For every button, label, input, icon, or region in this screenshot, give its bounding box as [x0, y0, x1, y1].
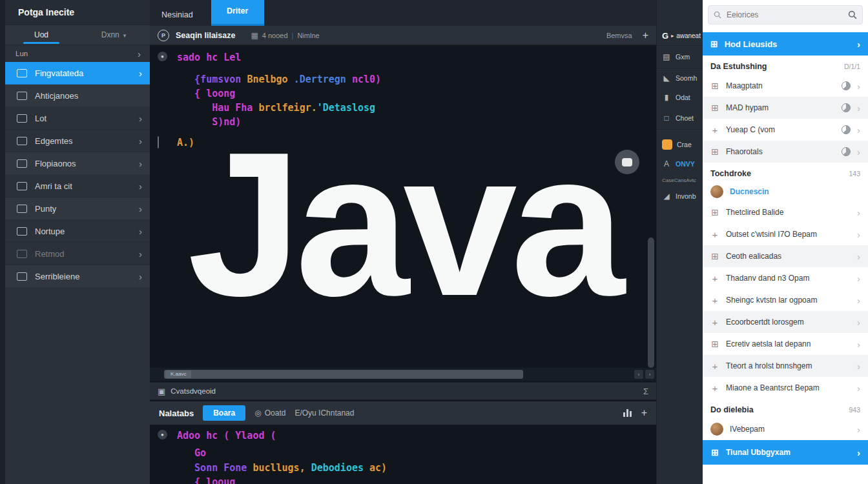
document-icon: ▣: [158, 387, 165, 396]
toolbar-meta: ▦ 4 nooed | Nimlne: [251, 31, 319, 40]
strip-item[interactable]: ◣Soomh: [657, 68, 703, 88]
console-bar[interactable]: ▣ Cvatsdvqeoid Σ: [150, 382, 656, 400]
list-item[interactable]: ⊞Thetclired Balide›: [703, 201, 868, 223]
sidebar-item[interactable]: Fingvatateda ›: [5, 62, 150, 85]
sigma-icon[interactable]: Σ: [643, 387, 648, 396]
sidebar-item[interactable]: Retmod ›: [5, 243, 150, 265]
frame-icon: □: [662, 114, 671, 123]
sidebar-tab-inactive[interactable]: Dxnn▾: [78, 25, 150, 45]
pen-icon: ▮: [662, 93, 671, 102]
scroll-left-icon[interactable]: ‹: [634, 370, 643, 379]
bottom-tab[interactable]: E/Oyu IChntanad: [294, 408, 354, 418]
add-button[interactable]: +: [643, 30, 648, 41]
chevron-right-icon: ›: [857, 146, 860, 157]
code-editor-secondary[interactable]: ● Adoo hc ( Ylaod ( Go Sonn Fone bucllug…: [150, 425, 656, 484]
chevron-right-icon: ›: [139, 68, 142, 78]
right-panel: ⊞ Hod Lieusids › Da Estuhshing D/1/1 ⊞Ma…: [703, 0, 868, 484]
pinned-category-row[interactable]: ⊞ Hod Lieusids ›: [703, 32, 868, 55]
gutter-breakpoint-icon[interactable]: ●: [158, 430, 167, 439]
list-item[interactable]: +Miaone a Beantsrct Bepam›: [703, 377, 868, 399]
archive-icon: [17, 159, 27, 168]
run-button[interactable]: Boara: [203, 405, 245, 421]
horizontal-scrollbar[interactable]: K.aavc ‹ ›: [150, 368, 656, 381]
plus-icon: +: [710, 361, 719, 372]
list-item[interactable]: ⊞Maagptatn›: [703, 75, 868, 97]
sidebar-item[interactable]: Lot ›: [5, 107, 150, 130]
sidebar-item-label: Nortupe: [35, 227, 131, 236]
code-line: sado hc Lel: [177, 50, 241, 65]
list-item-selected[interactable]: ⊞Tiunal Ubbgyxam›: [703, 440, 868, 465]
g-logo-icon: G: [662, 31, 668, 41]
sidebar-item[interactable]: Flopiaonos ›: [5, 152, 150, 175]
search-input[interactable]: [725, 10, 844, 20]
list-item[interactable]: ⊞MAD hypam›: [703, 97, 868, 119]
chat-fab-button[interactable]: [615, 150, 639, 174]
gutter-breakpoint-icon[interactable]: ●: [158, 52, 167, 61]
chevron-right-icon: ›: [139, 204, 142, 214]
strip-item[interactable]: ▤Gxm: [657, 46, 703, 68]
code-editor[interactable]: ● sado hc Lel {fumsvon Bnelbgo .Dertregn…: [150, 45, 656, 368]
sidebar-item[interactable]: Amri ta cit ›: [5, 175, 150, 197]
sidebar-item[interactable]: Edgemtes ›: [5, 130, 150, 152]
chevron-right-icon: ›: [139, 159, 142, 168]
bottom-tabbar: Nalatabs Boara ◎Ooatd E/Oyu IChntanad +: [150, 401, 656, 425]
plus-icon: +: [710, 295, 719, 306]
chevron-right-icon: ›: [857, 447, 860, 458]
vertical-scrollbar[interactable]: [648, 237, 654, 368]
sidebar-item[interactable]: Serribleiene ›: [5, 265, 150, 288]
java-watermark: Java: [150, 121, 656, 327]
remove-button[interactable]: Bemvsa: [606, 32, 632, 39]
code-line: Sonn Fone bucllugs, Debodioes ac): [177, 461, 387, 475]
search-submit-icon[interactable]: [848, 10, 857, 19]
image-icon: [17, 69, 27, 77]
list-item[interactable]: ⊞Fhaorotals›: [703, 141, 868, 163]
code-icon: [17, 182, 27, 190]
list-icon: [17, 92, 27, 100]
list-item[interactable]: ⊞Ecretiv aetsla lat depann›: [703, 333, 868, 355]
list-item[interactable]: +Ecoorbcertdt lorosgem›: [703, 311, 868, 333]
plus-icon: +: [710, 317, 719, 328]
sidebar-item-label: Flopiaonos: [35, 159, 131, 168]
list-item[interactable]: +Tteort a hrolst bnnshgem›: [703, 355, 868, 377]
strip-item-label: ONVY: [676, 160, 695, 168]
chevron-right-icon: ›: [138, 49, 141, 59]
chevron-right-icon: ›: [857, 273, 860, 284]
sidebar-item[interactable]: Punty ›: [5, 197, 150, 220]
strip-item[interactable]: Crae: [657, 135, 703, 154]
sidebar-top-item[interactable]: Lun ›: [5, 45, 150, 62]
section-title: Do dielebia: [710, 405, 754, 414]
editor-tab-active[interactable]: Driter: [211, 0, 264, 26]
chevron-right-icon: ›: [857, 295, 860, 306]
list-item[interactable]: +Sheingc kvtstn lar ogpoam›: [703, 289, 868, 311]
list-item[interactable]: ⊞Ceoth ealicadas›: [703, 245, 868, 267]
chart-bars-icon[interactable]: [623, 409, 632, 417]
sidebar-item[interactable]: Ahticjanoes: [5, 85, 150, 107]
chevron-right-icon: ›: [857, 339, 860, 350]
progress-badge-icon: [842, 103, 851, 112]
strip-item[interactable]: ◢Invonb: [657, 187, 703, 206]
scrollbar-thumb[interactable]: K.aavc: [164, 370, 523, 379]
meta-count: 4 nooed: [262, 32, 288, 39]
sidebar-item[interactable]: Nortupe ›: [5, 220, 150, 243]
list-item[interactable]: +Yueap C (vom›: [703, 119, 868, 141]
list-item[interactable]: Ducnescin: [703, 182, 868, 201]
bottom-tab[interactable]: ◎Ooatd: [254, 408, 285, 418]
chevron-right-icon: ›: [857, 317, 860, 328]
grid-icon: ⊞: [710, 81, 719, 90]
list-item[interactable]: IVebepam›: [703, 418, 868, 440]
strip-header[interactable]: G ▸ awaneat: [657, 26, 703, 46]
section-count: 943: [849, 406, 860, 414]
add-panel-button[interactable]: +: [641, 407, 647, 419]
list-item[interactable]: +Thadanv dand n3 Opam›: [703, 267, 868, 289]
strip-item[interactable]: □Choet: [657, 107, 703, 130]
editor-tab-inactive[interactable]: Nesiniad: [150, 4, 205, 26]
chart-icon: ◢: [662, 192, 671, 201]
search-icon: [714, 11, 721, 19]
scroll-right-icon[interactable]: ›: [645, 370, 654, 379]
sidebar-tab-active[interactable]: Uod: [5, 25, 78, 45]
strip-item[interactable]: ▮Odat: [657, 88, 703, 107]
plus-icon: +: [710, 383, 719, 394]
code-line: {fumsvon Bnelbgo .Dertregn ncl0): [177, 72, 381, 86]
strip-item[interactable]: AONVY: [657, 154, 703, 174]
list-item[interactable]: +Outset c'wtsinl I7O Bepam›: [703, 223, 868, 245]
